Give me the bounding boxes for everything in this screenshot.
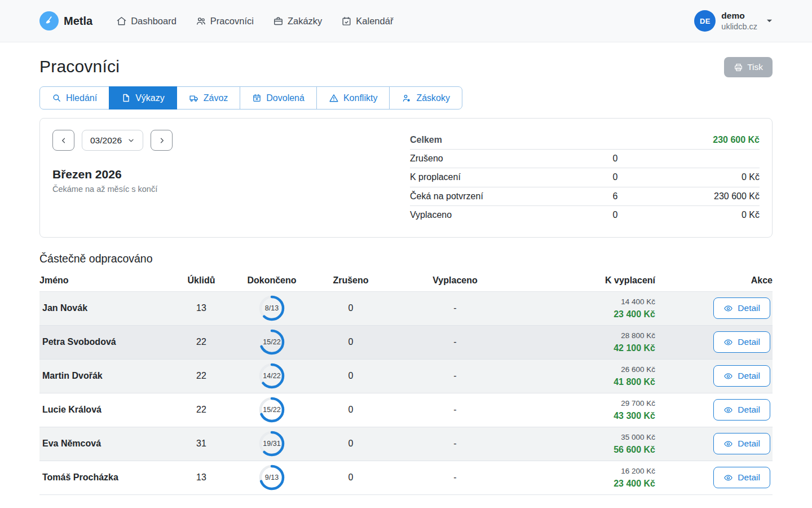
summary-count: 0 (613, 172, 647, 182)
tab-label: Závoz (204, 93, 228, 103)
column-header-cancelled: Zrušeno (317, 275, 385, 286)
summary-amount: 230 600 Kč (647, 135, 760, 145)
to-pay-partial: 28 800 Kč (526, 330, 655, 341)
summary-table: Celkem 230 600 Kč Zrušeno 0 K proplacení… (410, 130, 760, 225)
month-select[interactable]: 03/2026 (82, 130, 143, 151)
detail-button[interactable]: Detail (713, 365, 770, 387)
to-pay-total: 43 300 Kč (526, 409, 655, 422)
detail-button[interactable]: Detail (713, 399, 770, 421)
worker-to-pay: 29 700 Kč 43 300 Kč (526, 398, 655, 422)
summary-label: Zrušeno (410, 154, 613, 164)
section-title: Částečně odpracováno (39, 252, 773, 265)
user-name: demo (721, 10, 757, 21)
worker-cleanings-count: 22 (176, 405, 227, 415)
tab-label: Hledání (66, 93, 97, 103)
progress-ring: 15/22 (227, 329, 317, 355)
nav-item-label: Pracovníci (210, 16, 254, 27)
home-icon (116, 16, 127, 27)
to-pay-partial: 29 700 Kč (526, 398, 655, 409)
next-month-button[interactable] (151, 130, 173, 151)
user-menu[interactable]: DE demo uklidcb.cz (694, 10, 773, 32)
tab-delivery[interactable]: Závoz (176, 86, 241, 110)
column-header-cleanings: Úklidů (176, 275, 227, 286)
month-subtitle: Čekáme na až měsíc s končí (52, 185, 173, 194)
column-header-paid: Vyplaceno (385, 275, 526, 286)
table-row: Eva Němcová 31 19/31 0 - 35 000 Kč 56 60… (39, 427, 773, 461)
column-header-actions: Akce (655, 275, 773, 286)
nav-item-calendar[interactable]: Kalendář (341, 16, 393, 27)
eye-icon (723, 439, 733, 449)
summary-label: Vyplaceno (410, 210, 613, 220)
brand-name: Metla (64, 15, 92, 28)
briefcase-icon (273, 16, 284, 27)
worker-paid-value: - (385, 371, 526, 381)
nav-item-orders[interactable]: Zakázky (273, 16, 322, 27)
worker-cancelled-count: 0 (317, 337, 385, 347)
worker-cancelled-count: 0 (317, 303, 385, 313)
chevron-down-icon (766, 19, 773, 23)
detail-button[interactable]: Detail (713, 331, 770, 353)
user-org: uklidcb.cz (721, 21, 757, 32)
worker-cleanings-count: 22 (176, 371, 227, 381)
worker-cancelled-count: 0 (317, 472, 385, 483)
summary-count: 6 (613, 191, 647, 202)
brand-logo[interactable]: Metla (39, 11, 92, 30)
to-pay-partial: 35 000 Kč (526, 432, 655, 443)
tab-search[interactable]: Hledání (39, 86, 109, 110)
progress-label: 19/31 (259, 431, 285, 457)
nav-item-label: Kalendář (356, 16, 393, 27)
worker-name: Martin Dvořák (39, 371, 176, 381)
nav-item-workers[interactable]: Pracovníci (196, 16, 254, 27)
chevron-right-icon (158, 137, 166, 144)
search-icon (52, 93, 61, 103)
eye-icon (723, 338, 733, 347)
summary-row-paid: Vyplaceno 0 0 Kč (410, 206, 760, 225)
tab-substitutes[interactable]: Záskoky (389, 86, 462, 110)
worker-name: Petra Svobodová (39, 337, 176, 347)
tab-reports[interactable]: Výkazy (109, 86, 177, 110)
worker-to-pay: 14 400 Kč 23 400 Kč (526, 296, 655, 321)
page-title: Pracovníci (39, 57, 120, 76)
to-pay-partial: 16 200 Kč (526, 466, 655, 477)
summary-count: 0 (613, 154, 647, 164)
workers-table: Jméno Úklidů Dokončeno Zrušeno Vyplaceno… (39, 275, 773, 495)
worker-paid-value: - (385, 472, 526, 483)
broom-icon (39, 11, 59, 30)
detail-button[interactable]: Detail (713, 433, 770, 454)
progress-label: 15/22 (259, 329, 285, 355)
summary-label: Celkem (410, 135, 613, 145)
worker-to-pay: 26 600 Kč 41 800 Kč (526, 364, 655, 388)
nav-item-dashboard[interactable]: Dashboard (116, 16, 176, 27)
summary-row-awaiting-confirmation: Čeká na potvrzení 6 230 600 Kč (410, 187, 760, 206)
workers-table-header: Jméno Úklidů Dokončeno Zrušeno Vyplaceno… (39, 275, 773, 292)
to-pay-total: 41 800 Kč (526, 375, 655, 388)
nav-item-label: Dashboard (131, 16, 176, 27)
eye-icon (723, 405, 733, 415)
tab-conflicts[interactable]: Konflikty (316, 86, 390, 110)
detail-button[interactable]: Detail (713, 467, 770, 488)
alert-triangle-icon (329, 93, 339, 103)
summary-amount: 0 Kč (647, 210, 760, 220)
column-header-to-pay: K vyplacení (526, 275, 655, 286)
eye-icon (723, 304, 733, 313)
column-header-name: Jméno (39, 275, 176, 286)
tab-label: Výkazy (135, 93, 165, 103)
worker-paid-value: - (385, 405, 526, 415)
detail-button[interactable]: Detail (713, 297, 770, 319)
table-row: Martin Dvořák 22 14/22 0 - 26 600 Kč 41 … (39, 360, 773, 393)
chevron-down-icon (127, 137, 135, 144)
progress-label: 15/22 (259, 397, 285, 423)
detail-button-label: Detail (738, 472, 760, 483)
summary-row-to-reimburse: K proplacení 0 0 Kč (410, 168, 760, 187)
to-pay-total: 42 100 Kč (526, 341, 655, 354)
progress-label: 8/13 (259, 295, 285, 321)
summary-row-cancelled: Zrušeno 0 (410, 150, 760, 168)
progress-ring: 8/13 (227, 295, 317, 321)
month-select-value: 03/2026 (90, 135, 122, 146)
worker-cancelled-count: 0 (317, 439, 385, 449)
tab-vacation[interactable]: Dovolená (240, 86, 317, 110)
table-row: Lucie Králová 22 15/22 0 - 29 700 Kč 43 … (39, 393, 773, 427)
print-button[interactable]: Tisk (724, 57, 773, 77)
to-pay-partial: 26 600 Kč (526, 364, 655, 375)
previous-month-button[interactable] (52, 130, 74, 151)
